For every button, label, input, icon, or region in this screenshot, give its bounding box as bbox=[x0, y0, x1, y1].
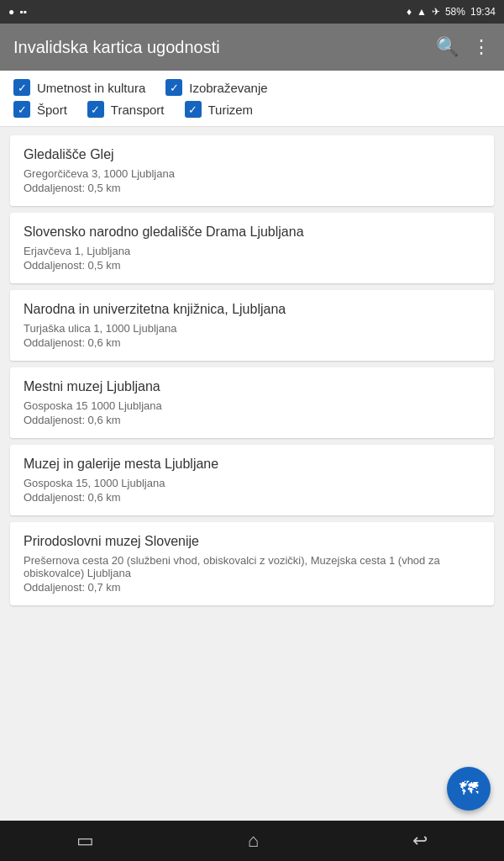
app-bar-actions: 🔍 ⋮ bbox=[436, 36, 491, 58]
checkbox-turizem[interactable]: ✓ bbox=[185, 101, 202, 118]
list-item[interactable]: Slovensko narodno gledališče Drama Ljubl… bbox=[10, 213, 494, 283]
status-bar-app-icon: ▪▪ bbox=[19, 6, 27, 18]
search-icon[interactable]: 🔍 bbox=[436, 36, 459, 58]
list-item[interactable]: Gledališče GlejGregorčičeva 3, 1000 Ljub… bbox=[10, 135, 494, 206]
bottom-navigation: ▭ ⌂ ↩ bbox=[0, 821, 504, 861]
list-item-title: Narodna in univerzitetna knjižnica, Ljub… bbox=[24, 302, 480, 317]
home-button[interactable]: ⌂ bbox=[248, 830, 259, 852]
list-item-address: Erjavčeva 1, Ljubljana bbox=[24, 245, 480, 257]
list-item-address: Turjaška ulica 1, 1000 Ljubljana bbox=[24, 322, 480, 335]
filter-izobrazevanje[interactable]: ✓ Izobraževanje bbox=[165, 79, 267, 96]
more-options-icon[interactable]: ⋮ bbox=[472, 36, 491, 58]
list-item-title: Slovensko narodno gledališče Drama Ljubl… bbox=[24, 224, 480, 240]
filter-row-1: ✓ Umetnost in kultura ✓ Izobraževanje bbox=[13, 79, 491, 96]
list-item[interactable]: Muzej in galerije mesta LjubljaneGosposk… bbox=[10, 445, 494, 515]
wifi-icon: ▲ bbox=[417, 6, 427, 18]
checkmark-umetnost: ✓ bbox=[18, 82, 27, 93]
list-item-distance: Oddaljenost: 0,6 km bbox=[24, 491, 480, 504]
recents-button[interactable]: ▭ bbox=[76, 830, 94, 852]
checkbox-sport[interactable]: ✓ bbox=[13, 101, 30, 118]
battery-text: 58% bbox=[445, 6, 465, 18]
checkbox-umetnost[interactable]: ✓ bbox=[13, 79, 30, 96]
filter-bar: ✓ Umetnost in kultura ✓ Izobraževanje ✓ … bbox=[0, 71, 504, 127]
airplane-icon: ✈ bbox=[432, 6, 440, 18]
list-item-title: Muzej in galerije mesta Ljubljane bbox=[24, 457, 480, 472]
list-item-title: Mestni muzej Ljubljana bbox=[24, 379, 480, 394]
list-item-address: Gregorčičeva 3, 1000 Ljubljana bbox=[24, 167, 480, 180]
filter-row-2: ✓ Šport ✓ Transport ✓ Turizem bbox=[13, 101, 491, 118]
checkmark-turizem: ✓ bbox=[188, 104, 197, 115]
filter-umetnost[interactable]: ✓ Umetnost in kultura bbox=[13, 79, 145, 96]
list-item-address: Gosposka 15, 1000 Ljubljana bbox=[24, 477, 480, 489]
list-item-distance: Oddaljenost: 0,5 km bbox=[24, 259, 480, 272]
status-bar-left: ● ▪▪ bbox=[8, 6, 27, 18]
list-item-distance: Oddaljenost: 0,6 km bbox=[24, 414, 480, 426]
list-item-distance: Oddaljenost: 0,6 km bbox=[24, 336, 480, 349]
checkmark-izobrazevanje: ✓ bbox=[170, 82, 179, 93]
filter-sport-label: Šport bbox=[37, 103, 67, 117]
checkbox-transport[interactable]: ✓ bbox=[87, 101, 104, 118]
time-text: 19:34 bbox=[470, 6, 496, 18]
checkmark-sport: ✓ bbox=[18, 104, 27, 115]
filter-turizem[interactable]: ✓ Turizem bbox=[185, 101, 254, 118]
checkmark-transport: ✓ bbox=[91, 104, 100, 115]
list-item[interactable]: Prirodoslovni muzej SlovenijePrešernova … bbox=[10, 522, 494, 605]
list-item-distance: Oddaljenost: 0,7 km bbox=[24, 581, 480, 594]
location-icon: ♦ bbox=[407, 6, 412, 18]
list-item-address: Gosposka 15 1000 Ljubljana bbox=[24, 399, 480, 412]
list-item-address: Prešernova cesta 20 (službeni vhod, obis… bbox=[24, 554, 480, 579]
filter-transport-label: Transport bbox=[111, 103, 165, 117]
map-icon: 🗺 bbox=[459, 778, 478, 800]
list-item[interactable]: Narodna in univerzitetna knjižnica, Ljub… bbox=[10, 290, 494, 361]
app-bar: Invalidska kartica ugodnosti 🔍 ⋮ bbox=[0, 24, 504, 71]
list-item[interactable]: Mestni muzej LjubljanaGosposka 15 1000 L… bbox=[10, 367, 494, 438]
filter-sport[interactable]: ✓ Šport bbox=[13, 101, 67, 118]
checkbox-izobrazevanje[interactable]: ✓ bbox=[165, 79, 182, 96]
status-bar-right: ♦ ▲ ✈ 58% 19:34 bbox=[407, 6, 496, 18]
fab-map-button[interactable]: 🗺 bbox=[447, 767, 491, 811]
notification-dot-icon: ● bbox=[8, 6, 14, 18]
content-list: Gledališče GlejGregorčičeva 3, 1000 Ljub… bbox=[0, 127, 504, 614]
list-item-title: Prirodoslovni muzej Slovenije bbox=[24, 534, 480, 549]
app-bar-title: Invalidska kartica ugodnosti bbox=[13, 38, 220, 57]
filter-izobrazevanje-label: Izobraževanje bbox=[189, 81, 267, 95]
status-bar: ● ▪▪ ♦ ▲ ✈ 58% 19:34 bbox=[0, 0, 504, 24]
list-item-distance: Oddaljenost: 0,5 km bbox=[24, 182, 480, 194]
filter-transport[interactable]: ✓ Transport bbox=[87, 101, 165, 118]
back-button[interactable]: ↩ bbox=[412, 830, 428, 852]
filter-umetnost-label: Umetnost in kultura bbox=[37, 81, 145, 95]
filter-turizem-label: Turizem bbox=[208, 103, 254, 117]
list-item-title: Gledališče Glej bbox=[24, 147, 480, 162]
